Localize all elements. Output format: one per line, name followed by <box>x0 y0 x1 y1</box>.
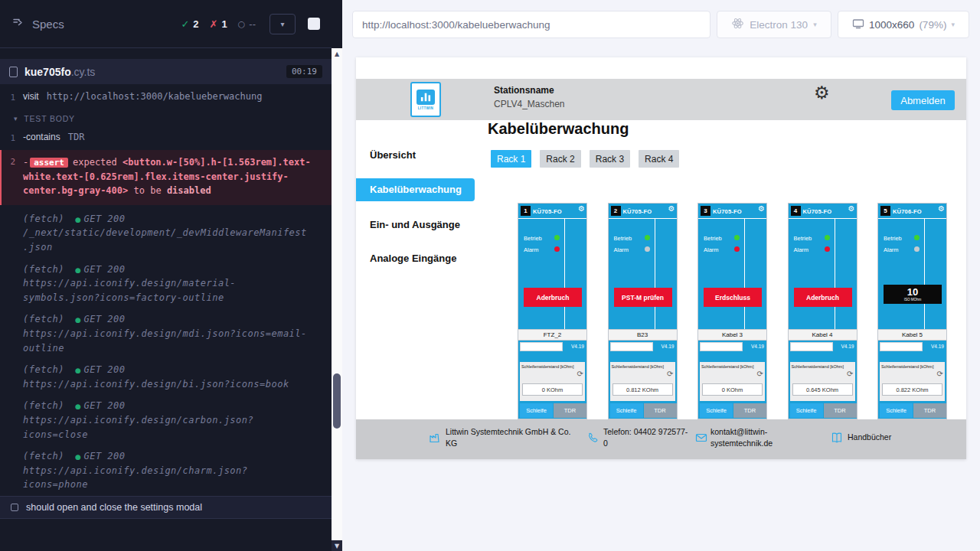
card-gear-icon[interactable]: ⚙ <box>848 205 855 213</box>
card-gear-icon[interactable]: ⚙ <box>758 205 765 213</box>
betrieb-led <box>554 235 560 240</box>
fetch-url: https://api.iconify.design/carbon.json?i… <box>23 413 312 442</box>
tdr-button[interactable]: TDR <box>554 403 586 418</box>
tdr-button[interactable]: TDR <box>733 403 766 418</box>
measurement-panel: Schleifenwiderstand [kOhm] ⟳ 0.822 KOhm <box>880 362 945 401</box>
cable-name: FTZ_2 <box>518 329 586 341</box>
schleife-button[interactable]: Schleife <box>520 403 553 418</box>
command-contains[interactable]: 1 -contains TDR <box>0 128 332 147</box>
stop-icon <box>308 18 320 30</box>
spec-duration: 00:19 <box>286 65 322 78</box>
tdr-button[interactable]: TDR <box>824 403 857 418</box>
version-box <box>880 342 923 351</box>
failed-icon: ✗ <box>210 18 218 30</box>
schleife-button[interactable]: Schleife <box>700 403 733 418</box>
test-body-label: TEST BODY <box>24 114 75 123</box>
command-fetch[interactable]: (fetch)●GET 200 https://api.iconify.desi… <box>0 359 332 395</box>
alarm-led <box>825 246 830 252</box>
stat-passed[interactable]: ✓2 <box>181 18 198 30</box>
refresh-icon[interactable]: ⟳ <box>757 370 763 378</box>
scrollbar-thumb[interactable] <box>333 373 341 429</box>
spec-extension: .cy.ts <box>71 66 96 78</box>
viewport-scale: (79%) <box>919 19 946 31</box>
reporter-header: Specs ✓2 ✗1 ○-- ▾ <box>0 0 332 48</box>
command-assert-failed[interactable]: 2 -assertexpected <button.w-[50%].h-[1.5… <box>0 150 332 205</box>
scroll-down-arrow[interactable]: ▼ <box>332 540 342 551</box>
nav-ein-und-ausgaenge[interactable]: Ein- und Ausgänge <box>370 219 460 230</box>
card-gear-icon[interactable]: ⚙ <box>578 205 585 213</box>
measurement-value: 0.822 KOhm <box>882 383 942 396</box>
nav-analoge-eingaenge[interactable]: Analoge Eingänge <box>370 253 456 264</box>
status-ok-icon: ● <box>75 453 81 461</box>
alarm-label: Alarm <box>884 246 899 253</box>
command-fetch[interactable]: (fetch)●GET 200 /_next/static/developmen… <box>0 208 332 259</box>
card-number: 3 <box>701 206 710 216</box>
littwin-logo-text: LITTWIN <box>418 106 433 110</box>
tdr-button[interactable]: TDR <box>644 403 677 418</box>
specs-list-icon[interactable] <box>12 16 24 31</box>
cable-name: B23 <box>609 329 677 341</box>
command-fetch[interactable]: (fetch)●GET 200 https://api.iconify.desi… <box>0 308 332 359</box>
settings-gear-icon[interactable]: ⚙ <box>814 84 830 102</box>
tab-rack-4[interactable]: Rack 4 <box>639 150 679 168</box>
card-gear-icon[interactable]: ⚙ <box>938 205 945 213</box>
card-model: KÜ706-FO <box>893 208 922 215</box>
footer-manuals[interactable]: Handbücher <box>848 432 891 443</box>
schleife-button[interactable]: Schleife <box>880 403 913 418</box>
command-visit[interactable]: 1 visit http://localhost:3000/kabelueber… <box>0 87 332 106</box>
betrieb-label: Betrieb <box>704 235 722 242</box>
command-fetch[interactable]: (fetch)●GET 200 https://api.iconify.desi… <box>0 259 332 309</box>
footer-email[interactable]: kontakt@littwin-systemtechnik.de <box>710 426 784 449</box>
scrollbar-track[interactable]: ▲ ▼ <box>332 48 342 551</box>
specs-label[interactable]: Specs <box>32 18 64 31</box>
fetch-method: (fetch) <box>23 451 64 461</box>
refresh-icon[interactable]: ⟳ <box>667 370 673 378</box>
refresh-icon[interactable]: ⟳ <box>847 370 853 378</box>
nav-uebersicht[interactable]: Übersicht <box>370 149 416 161</box>
firmware-version: V4.19 <box>841 344 854 349</box>
command-fetch[interactable]: (fetch)●GET 200 https://api.iconify.desi… <box>0 445 332 496</box>
card-header: 1 KÜ705-FO ⚙ <box>518 204 586 219</box>
stat-pending[interactable]: ○-- <box>238 18 256 30</box>
card-number: 1 <box>521 206 531 216</box>
version-box <box>700 342 743 351</box>
test-body-toggle[interactable]: ▾ TEST BODY <box>0 106 332 128</box>
scroll-up-arrow[interactable]: ▲ <box>332 48 342 59</box>
logout-button[interactable]: Abmelden <box>891 90 955 110</box>
fetch-status: GET 200 <box>83 364 125 375</box>
cypress-reporter: Specs ✓2 ✗1 ○-- ▾ kue705fo.cy.ts 00:19 1… <box>0 0 332 551</box>
url-input[interactable] <box>352 11 710 38</box>
nav-kabelueberwachung[interactable]: Kabelüberwachung <box>356 178 475 201</box>
next-test-row[interactable]: should open and close the settings modal <box>0 496 332 519</box>
stat-failed[interactable]: ✗1 <box>210 18 227 30</box>
card-model: KÜ705-FO <box>623 208 652 215</box>
status-ok-icon: ● <box>75 316 81 324</box>
card-gear-icon[interactable]: ⚙ <box>668 205 675 213</box>
measurement-panel: Schleifenwiderstand [kOhm] ⟳ 0 KOhm <box>520 362 585 401</box>
measurement-panel: Schleifenwiderstand [kOhm] ⟳ 0.645 KOhm <box>790 362 855 401</box>
device-card-5: 5 KÜ706-FO ⚙ Betrieb Alarm 10 ISO MOhm K… <box>877 203 947 419</box>
footer-phone: Telefon: 04402 972577-0 <box>603 426 692 449</box>
measurement-value: 0 KOhm <box>522 383 583 396</box>
card-number: 5 <box>880 206 890 216</box>
pending-count: -- <box>249 18 256 30</box>
tdr-button[interactable]: TDR <box>913 403 946 418</box>
assert-chip: assert <box>30 158 68 168</box>
viewport-control[interactable]: 1000x660 (79%) ▾ <box>838 11 969 38</box>
tab-rack-1[interactable]: Rack 1 <box>491 150 531 168</box>
reporter-scrollbar[interactable]: ▲ ▼ <box>332 0 342 551</box>
schleife-button[interactable]: Schleife <box>610 403 643 418</box>
spec-file-row[interactable]: kue705fo.cy.ts 00:19 <box>0 59 332 84</box>
browser-select[interactable]: Electron 130 ▾ <box>717 11 831 38</box>
command-method: visit <box>23 91 39 103</box>
collapse-chevron-button[interactable]: ▾ <box>270 14 296 34</box>
schleife-button[interactable]: Schleife <box>790 403 823 418</box>
stop-button[interactable] <box>303 14 324 34</box>
runner-toolbar: Electron 130 ▾ 1000x660 (79%) ▾ <box>342 0 980 49</box>
refresh-icon[interactable]: ⟳ <box>937 370 943 378</box>
betrieb-label: Betrieb <box>884 235 902 242</box>
tab-rack-2[interactable]: Rack 2 <box>540 150 580 168</box>
command-fetch[interactable]: (fetch)●GET 200 https://api.iconify.desi… <box>0 395 332 445</box>
tab-rack-3[interactable]: Rack 3 <box>590 150 630 168</box>
refresh-icon[interactable]: ⟳ <box>577 370 583 378</box>
